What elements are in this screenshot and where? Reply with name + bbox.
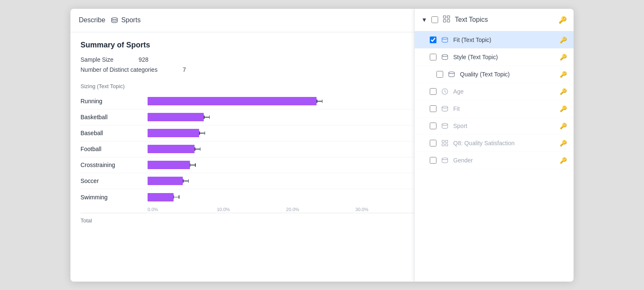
- header-left: Describe Sports: [79, 16, 140, 24]
- bar: [148, 129, 199, 137]
- dataset-info: Sports: [110, 16, 140, 24]
- item-checkbox-gender[interactable]: [430, 157, 436, 164]
- dropdown-header: ▼ Text Topics 🔑: [415, 9, 574, 31]
- svg-rect-11: [442, 140, 444, 142]
- item-icon-fit-text-topic: [441, 36, 449, 44]
- svg-point-6: [442, 55, 448, 57]
- svg-rect-13: [442, 144, 444, 146]
- grid-icon: [442, 15, 451, 25]
- bar: [148, 193, 174, 201]
- bar: [148, 177, 183, 185]
- svg-point-10: [442, 123, 448, 125]
- dropdown-item-fit[interactable]: Fit 🔑: [415, 100, 574, 118]
- item-key-icon-fit[interactable]: 🔑: [560, 105, 567, 112]
- dropdown-item-gender[interactable]: Gender 🔑: [415, 152, 574, 169]
- item-icon-gender: [441, 156, 449, 165]
- svg-point-0: [112, 18, 117, 20]
- item-checkbox-fit-text-topic[interactable]: [430, 37, 436, 43]
- total-label: Total: [80, 217, 148, 224]
- item-label-gender: Gender: [453, 157, 556, 164]
- distinct-label: Number of Distinct categories: [80, 66, 158, 73]
- row-label: Soccer: [80, 178, 148, 184]
- item-label-quality-text-topic: Quality (Text Topic): [460, 71, 556, 78]
- dropdown-item-age[interactable]: Age 🔑: [415, 83, 574, 100]
- sample-size-label: Sample Size: [80, 56, 114, 63]
- bar: [148, 161, 190, 169]
- dropdown-items-list: Fit (Text Topic) 🔑 Style (Text Topic) 🔑 …: [415, 31, 574, 282]
- svg-rect-14: [446, 144, 448, 146]
- dropdown-item-quality-text-topic[interactable]: Quality (Text Topic) 🔑: [415, 66, 574, 83]
- key-icon-header[interactable]: 🔑: [558, 16, 567, 24]
- item-key-icon-sport[interactable]: 🔑: [560, 123, 567, 129]
- topic-label: Sizing (Text Topic): [80, 83, 164, 89]
- item-icon-sport: [441, 122, 449, 130]
- svg-point-7: [449, 72, 454, 74]
- dataset-icon: [110, 16, 119, 24]
- svg-rect-1: [443, 16, 446, 18]
- item-checkbox-fit[interactable]: [430, 105, 436, 112]
- dropdown-item-fit-text-topic[interactable]: Fit (Text Topic) 🔑: [415, 31, 574, 49]
- row-label: Running: [80, 98, 148, 105]
- main-container: Describe Sports Filters Notes Export: [70, 9, 574, 282]
- item-checkbox-style-text-topic[interactable]: [430, 54, 436, 60]
- sample-size-value: 928: [139, 56, 148, 63]
- item-key-icon-fit-text-topic[interactable]: 🔑: [560, 37, 567, 43]
- item-icon-quality-text-topic: [447, 70, 456, 78]
- item-key-icon-age[interactable]: 🔑: [560, 88, 567, 95]
- item-icon-age: [441, 87, 449, 96]
- row-label: Baseball: [80, 130, 148, 136]
- x-axis-label: 10.0%: [217, 207, 286, 212]
- dropdown-item-style-text-topic[interactable]: Style (Text Topic) 🔑: [415, 49, 574, 66]
- svg-point-9: [442, 106, 448, 108]
- bar: [148, 97, 317, 105]
- item-checkbox-q8-quality[interactable]: [430, 140, 436, 146]
- svg-rect-2: [447, 16, 450, 18]
- item-checkbox-age[interactable]: [430, 88, 436, 95]
- row-label: Basketball: [80, 114, 148, 120]
- dropdown-item-q8-quality[interactable]: Q8: Quality Satisfaction 🔑: [415, 135, 574, 152]
- item-key-icon-quality-text-topic[interactable]: 🔑: [560, 71, 567, 78]
- svg-point-15: [442, 158, 448, 160]
- svg-point-5: [442, 37, 448, 39]
- item-label-age: Age: [453, 88, 556, 95]
- bar: [148, 113, 204, 121]
- bar: [148, 145, 195, 153]
- distinct-value: 7: [183, 66, 186, 73]
- row-label: Football: [80, 146, 148, 152]
- item-icon-q8-quality: [441, 139, 449, 147]
- x-axis-label: 20.0%: [286, 207, 355, 212]
- item-key-icon-style-text-topic[interactable]: 🔑: [560, 54, 567, 60]
- describe-label: Describe: [79, 16, 105, 24]
- dropdown-title: Text Topics: [455, 16, 554, 24]
- dropdown-item-sport[interactable]: Sport 🔑: [415, 118, 574, 135]
- item-label-q8-quality: Q8: Quality Satisfaction: [453, 140, 556, 146]
- item-checkbox-sport[interactable]: [430, 123, 436, 129]
- sample-size-stat: Sample Size 928: [80, 56, 148, 63]
- row-label: Crosstraining: [80, 162, 148, 168]
- row-label: Swimming: [80, 194, 148, 201]
- item-label-fit-text-topic: Fit (Text Topic): [453, 37, 556, 43]
- item-checkbox-quality-text-topic[interactable]: [436, 71, 443, 78]
- item-icon-style-text-topic: [441, 53, 449, 61]
- svg-rect-4: [447, 19, 450, 22]
- item-icon-fit: [441, 105, 449, 113]
- right-panel: ▼ Text Topics 🔑 Fit (Text Topic) 🔑: [414, 9, 574, 282]
- item-label-style-text-topic: Style (Text Topic): [453, 54, 556, 60]
- x-axis-label: 0.0%: [148, 207, 217, 212]
- svg-rect-3: [443, 19, 446, 22]
- item-label-sport: Sport: [453, 123, 556, 129]
- chevron-icon[interactable]: ▼: [421, 16, 427, 23]
- item-key-icon-gender[interactable]: 🔑: [560, 157, 567, 164]
- dataset-label: Sports: [121, 16, 140, 24]
- dropdown-master-checkbox[interactable]: [431, 16, 438, 23]
- item-label-fit: Fit: [453, 105, 556, 112]
- distinct-stat: Number of Distinct categories 7: [80, 66, 186, 73]
- svg-rect-12: [446, 140, 448, 142]
- item-key-icon-q8-quality[interactable]: 🔑: [560, 140, 567, 146]
